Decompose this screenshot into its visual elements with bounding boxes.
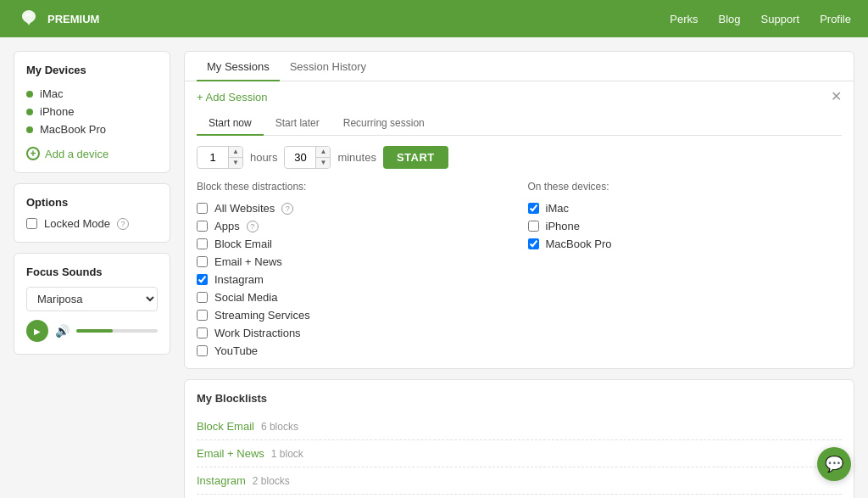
- all-websites-info-icon[interactable]: ?: [281, 203, 293, 215]
- distraction-streaming: Streaming Services: [197, 306, 511, 324]
- device-label-iphone: iPhone: [40, 105, 74, 118]
- minutes-input-group: ▲ ▼: [284, 146, 331, 169]
- checkbox-work[interactable]: [197, 327, 208, 339]
- tab-session-history[interactable]: Session History: [280, 52, 376, 81]
- distraction-work: Work Distractions: [197, 324, 511, 342]
- locked-mode-info-icon[interactable]: ?: [117, 218, 129, 230]
- device-label-imac: iMac: [40, 87, 63, 100]
- sidebar: My Devices iMac iPhone MacBook Pro + Add…: [14, 51, 170, 498]
- start-button[interactable]: START: [383, 146, 448, 169]
- label-block-email: Block Email: [214, 238, 272, 250]
- target-device-macbookpro: MacBook Pro: [528, 235, 843, 253]
- blocklist-name-block-email[interactable]: Block Email: [197, 420, 254, 433]
- volume-icon[interactable]: 🔊: [55, 324, 70, 338]
- label-email-news: Email + News: [214, 255, 282, 268]
- label-work: Work Distractions: [214, 327, 301, 339]
- distraction-block-email: Block Email: [197, 235, 511, 253]
- target-device-imac: iMac: [528, 199, 843, 217]
- checkbox-all-websites[interactable]: [197, 203, 208, 214]
- sessions-tabs: My Sessions Session History: [185, 52, 854, 81]
- add-device-button[interactable]: + Add a device: [26, 147, 108, 160]
- distraction-columns: Block these distractions: All Websites ?…: [197, 181, 842, 360]
- label-target-imac: iMac: [546, 202, 569, 215]
- checkbox-target-imac[interactable]: [528, 203, 539, 214]
- blocklist-count-block-email: 6 blocks: [261, 421, 298, 433]
- device-dot-iphone: [26, 109, 33, 115]
- checkbox-target-iphone[interactable]: [528, 221, 539, 232]
- apps-info-icon[interactable]: ?: [247, 221, 259, 232]
- tab-my-sessions[interactable]: My Sessions: [197, 52, 280, 81]
- checkbox-youtube[interactable]: [197, 345, 208, 356]
- blocklists-title: My Blocklists: [197, 392, 842, 405]
- blocklist-item-instagram: Instagram 2 blocks: [197, 467, 842, 495]
- distraction-all-websites: All Websites ?: [197, 199, 511, 217]
- time-row: ▲ ▼ hours ▲ ▼ minutes START: [197, 146, 842, 169]
- nav-profile[interactable]: Profile: [820, 13, 851, 25]
- blocklist-count-instagram: 2 blocks: [253, 475, 290, 487]
- blocklist-item-social-media: Social Media 4 blocks: [197, 495, 842, 498]
- label-target-macbookpro: MacBook Pro: [546, 238, 612, 250]
- devices-label: On these devices:: [528, 181, 843, 193]
- label-youtube: YouTube: [214, 344, 258, 357]
- hours-spinners: ▲ ▼: [228, 147, 242, 168]
- checkbox-block-email[interactable]: [197, 238, 208, 249]
- volume-bar[interactable]: [76, 329, 158, 333]
- distraction-apps: Apps ?: [197, 217, 511, 235]
- subtab-recurring[interactable]: Recurring session: [331, 112, 437, 136]
- minutes-label: minutes: [337, 151, 376, 164]
- chat-icon: 💬: [825, 455, 843, 473]
- checkbox-streaming[interactable]: [197, 310, 208, 321]
- target-device-iphone: iPhone: [528, 217, 843, 235]
- options-card: Options Locked Mode ?: [14, 183, 170, 243]
- subtab-start-later[interactable]: Start later: [264, 112, 331, 136]
- volume-fill: [76, 329, 113, 333]
- blocklist-count-email-news: 1 block: [271, 448, 303, 460]
- focus-sounds-card: Focus Sounds Mariposa Rain Forest Cafe ▶…: [14, 253, 170, 355]
- checkbox-social-media[interactable]: [197, 292, 208, 303]
- locked-mode-checkbox[interactable]: [26, 218, 37, 229]
- checkbox-email-news[interactable]: [197, 256, 208, 267]
- add-session-button[interactable]: + Add Session: [197, 91, 267, 104]
- devices-column: On these devices: iMac iPhone MacBook Pr…: [528, 181, 843, 360]
- hours-up-button[interactable]: ▲: [229, 147, 242, 158]
- sounds-select[interactable]: Mariposa Rain Forest Cafe: [26, 287, 158, 311]
- minutes-down-button[interactable]: ▼: [316, 158, 330, 168]
- hours-input-group: ▲ ▼: [197, 146, 243, 169]
- close-button[interactable]: ✕: [831, 90, 842, 104]
- subtab-start-now[interactable]: Start now: [197, 112, 264, 136]
- nav-blog[interactable]: Blog: [719, 13, 741, 25]
- session-subtabs: Start now Start later Recurring session: [197, 112, 842, 136]
- header: PREMIUM Perks Blog Support Profile: [0, 0, 868, 37]
- minutes-spinners: ▲ ▼: [315, 147, 330, 168]
- add-device-label: Add a device: [45, 148, 108, 160]
- content-area: My Sessions Session History + Add Sessio…: [184, 51, 854, 498]
- nav-perks[interactable]: Perks: [670, 13, 698, 25]
- label-streaming: Streaming Services: [214, 309, 310, 322]
- minutes-input[interactable]: [285, 148, 315, 167]
- add-device-plus-icon: +: [26, 147, 40, 160]
- distraction-instagram: Instagram: [197, 271, 511, 288]
- checkbox-instagram[interactable]: [197, 274, 208, 285]
- session-header: + Add Session ✕: [197, 90, 842, 104]
- play-button[interactable]: ▶: [26, 320, 48, 342]
- hours-input[interactable]: [198, 148, 228, 167]
- nav-support[interactable]: Support: [761, 13, 800, 25]
- sessions-card: My Sessions Session History + Add Sessio…: [184, 51, 854, 369]
- label-apps: Apps: [214, 220, 240, 232]
- options-locked-mode-row: Locked Mode ?: [26, 217, 158, 230]
- device-item-iphone: iPhone: [26, 103, 158, 120]
- blocklist-name-instagram[interactable]: Instagram: [197, 474, 246, 487]
- checkbox-target-macbookpro[interactable]: [528, 238, 539, 249]
- distractions-column: Block these distractions: All Websites ?…: [197, 181, 511, 360]
- options-title: Options: [26, 196, 158, 209]
- device-dot-imac: [26, 91, 33, 98]
- blocklist-name-email-news[interactable]: Email + News: [197, 447, 264, 460]
- hours-down-button[interactable]: ▼: [229, 158, 242, 168]
- minutes-up-button[interactable]: ▲: [316, 147, 330, 158]
- checkbox-apps[interactable]: [197, 221, 208, 232]
- chat-bubble-button[interactable]: 💬: [817, 447, 851, 481]
- blocklist-item-email-news: Email + News 1 block: [197, 440, 842, 467]
- device-label-macbookpro: MacBook Pro: [40, 123, 106, 136]
- logo-text: PREMIUM: [47, 13, 99, 25]
- device-item-macbookpro: MacBook Pro: [26, 120, 158, 138]
